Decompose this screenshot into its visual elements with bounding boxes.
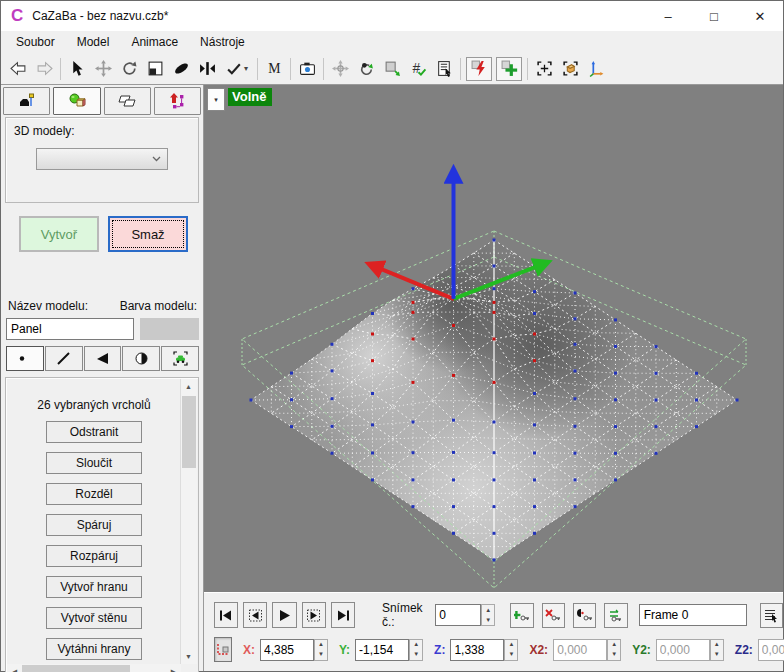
back-arrow-icon — [10, 60, 27, 77]
menu-model[interactable]: Model — [66, 32, 121, 52]
x-spinner[interactable]: ▲▼ — [314, 639, 328, 661]
back-button[interactable] — [5, 57, 31, 81]
pair-button[interactable]: Spáruj — [46, 514, 142, 536]
y-spinner[interactable]: ▲▼ — [409, 639, 423, 661]
z-input[interactable] — [450, 639, 504, 661]
vertex-mode-button[interactable] — [6, 346, 44, 371]
tab-2d-shapes[interactable] — [104, 87, 151, 115]
viewport[interactable]: ▾ Volně — [204, 85, 783, 593]
frame-number-input[interactable] — [435, 604, 481, 626]
selection-status: 26 vybraných vrcholů — [37, 398, 150, 412]
tab-hierarchy[interactable] — [154, 87, 201, 115]
prev-frame-button[interactable] — [243, 602, 267, 628]
scroll-left-icon[interactable]: ◀ — [7, 664, 22, 672]
vertex-dot-icon — [17, 351, 32, 366]
move-object-button[interactable] — [327, 57, 353, 81]
shade-tool-button[interactable] — [168, 57, 194, 81]
extrude-edges-button[interactable]: Vytáhni hrany — [46, 638, 143, 660]
face-mode-button[interactable] — [84, 346, 122, 371]
vertex-check-button[interactable]: ▾ — [220, 57, 254, 81]
viewport-canvas[interactable] — [204, 85, 783, 590]
vertical-scroll-thumb[interactable] — [182, 396, 196, 468]
minimize-button[interactable]: – — [645, 1, 691, 31]
model-color-swatch[interactable] — [140, 318, 199, 340]
menu-nastroje[interactable]: Nástroje — [189, 32, 256, 52]
scroll-up-icon[interactable]: ▲ — [181, 379, 196, 394]
merge-button[interactable]: Sloučit — [46, 452, 142, 474]
close-button[interactable]: ✕ — [737, 1, 783, 31]
fill-square-button[interactable] — [142, 57, 168, 81]
y2-input[interactable] — [656, 639, 710, 661]
delete-button[interactable]: Smaž — [108, 216, 188, 252]
x2-spinner[interactable]: ▲▼ — [607, 639, 621, 661]
x2-label: X2: — [529, 643, 548, 657]
last-frame-button[interactable] — [331, 602, 355, 628]
create-face-button[interactable]: Vytvoř stěnu — [46, 607, 142, 629]
fit-view-button[interactable] — [557, 57, 583, 81]
edit-mode-buttons — [6, 346, 199, 371]
create-edge-button[interactable]: Vytvoř hranu — [46, 576, 142, 598]
delete-key-button[interactable] — [542, 603, 565, 628]
add-key-button[interactable] — [510, 603, 533, 628]
model-name-label: Název modelu: — [8, 299, 88, 313]
snap-toggle-button[interactable] — [214, 637, 232, 662]
edge-mode-button[interactable] — [45, 346, 83, 371]
flash-button[interactable] — [466, 57, 492, 81]
y2-spinner[interactable]: ▲▼ — [710, 639, 724, 661]
object-mode-button[interactable] — [161, 346, 199, 371]
z-spinner[interactable]: ▲▼ — [504, 639, 518, 661]
split-button[interactable]: Rozděl — [46, 483, 142, 505]
rotate-tool-button[interactable] — [116, 57, 142, 81]
models-combobox[interactable] — [36, 148, 168, 170]
maximize-button[interactable]: □ — [691, 1, 737, 31]
add-model-button[interactable] — [496, 57, 522, 81]
frame-list-button[interactable] — [760, 603, 783, 628]
horizontal-scrollbar[interactable]: ◀ ▶ — [7, 664, 181, 672]
camera-button[interactable] — [294, 57, 320, 81]
axes-view-button[interactable] — [583, 57, 609, 81]
x-input[interactable] — [260, 639, 314, 661]
mirror-tool-button[interactable] — [194, 57, 220, 81]
x2-input[interactable] — [553, 639, 607, 661]
model-name-input[interactable] — [6, 318, 134, 340]
first-frame-button[interactable] — [214, 602, 238, 628]
center-view-button[interactable] — [531, 57, 557, 81]
view-mode-dropdown[interactable]: ▾ — [207, 88, 225, 111]
scroll-right-icon[interactable]: ▶ — [166, 664, 181, 672]
m-tool-button[interactable]: M — [261, 57, 287, 81]
pick-list-button[interactable] — [431, 57, 457, 81]
scroll-down-icon[interactable]: ▼ — [181, 649, 196, 664]
horizontal-scroll-thumb[interactable] — [22, 665, 130, 672]
menu-soubor[interactable]: Soubor — [5, 32, 66, 52]
rotate-object-button[interactable] — [353, 57, 379, 81]
scale-object-button[interactable] — [379, 57, 405, 81]
x-label: X: — [243, 643, 255, 657]
shading-mode-button[interactable] — [122, 346, 160, 371]
create-button[interactable]: Vytvoř — [19, 216, 99, 252]
snap-grid-button[interactable]: # — [405, 57, 431, 81]
z2-input[interactable] — [758, 639, 784, 661]
unpair-button[interactable]: Rozpáruj — [46, 545, 142, 567]
forward-button[interactable] — [31, 57, 57, 81]
menu-animace[interactable]: Animace — [120, 32, 189, 52]
frame-name-input[interactable] — [639, 604, 747, 626]
face-triangle-icon — [95, 351, 110, 366]
show-key-button[interactable] — [573, 603, 596, 628]
toolbar-separator — [323, 58, 324, 80]
play-button[interactable] — [272, 602, 296, 628]
copy-key-button[interactable] — [604, 603, 627, 628]
tab-workbench[interactable] — [3, 87, 50, 115]
window-controls: – □ ✕ — [645, 1, 783, 31]
y-input[interactable] — [355, 639, 409, 661]
tab-3d-models[interactable] — [53, 87, 100, 115]
vertical-scrollbar[interactable]: ▲ ▼ — [180, 379, 197, 664]
forward-arrow-icon — [36, 60, 53, 77]
select-tool-button[interactable] — [64, 57, 90, 81]
remove-button[interactable]: Odstranit — [46, 421, 142, 443]
z2-label: Z2: — [735, 643, 753, 657]
frame-number-spinner[interactable]: ▲▼ — [481, 604, 495, 626]
add-key-icon — [514, 608, 530, 623]
next-frame-button[interactable] — [302, 602, 326, 628]
move-tool-button[interactable] — [90, 57, 116, 81]
grid-check-icon: # — [410, 60, 427, 77]
